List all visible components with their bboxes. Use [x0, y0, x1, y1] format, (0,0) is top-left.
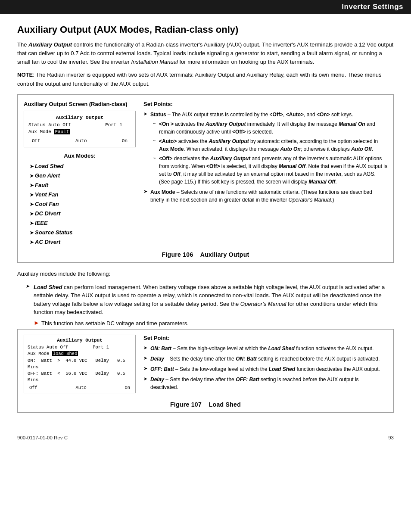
aux-modes-title: Aux Modes: [24, 152, 136, 159]
sp-delay1: ➤ Delay – Sets the delay time after the … [143, 355, 387, 363]
red-arrow-icon: ► [34, 319, 41, 328]
screen2-line3: ON: Batt > 44.0 VDC Delay 0.5 Mins [28, 358, 132, 370]
figure-107-box: Auxiliary Output Status Auto Off Port 1 … [17, 329, 394, 413]
btn2-on: On [125, 385, 130, 390]
sp-arrow-icon: ➤ [143, 376, 150, 391]
sp-delay1-content: Delay – Sets the delay time after the ON… [150, 355, 387, 363]
list-item: Load Shed [30, 162, 136, 171]
figure-106-left: Auxiliary Output Screen (Radian-class) A… [24, 101, 136, 247]
sp-arrow-icon: ➤ [143, 189, 150, 204]
note-paragraph: NOTE: The Radian inverter is equipped wi… [17, 71, 394, 88]
load-shed-content: Load Shed can perform load management. W… [34, 283, 394, 317]
figure-106-inner: Auxiliary Output Screen (Radian-class) A… [24, 101, 387, 247]
sp-sub-off: ~ <Off> deactivates the Auxiliary Output… [153, 155, 387, 186]
btn2-off: Off [29, 385, 37, 390]
sp-status: ➤ Status – The AUX output status is cont… [143, 111, 387, 186]
section-intro: Auxiliary modes include the following: [17, 270, 394, 278]
load-shed-note-item: ► This function has settable DC voltage … [17, 319, 394, 328]
figure-106-right: Set Points: ➤ Status – The AUX output st… [143, 101, 387, 247]
list-item: DC Divert [30, 209, 136, 218]
footer: 900-0117-01-00 Rev C 93 [0, 432, 411, 444]
sp-on-batt-content: ON: Batt – Sets the high-voltage level a… [150, 345, 387, 352]
aux-output-screen: Auxiliary Output Status Auto Off Port 1 … [24, 111, 136, 147]
list-item: Source Status [30, 228, 136, 237]
sp-off-batt: ➤ OFF: Batt – Sets the low-voltage level… [143, 365, 387, 373]
sp-aux-mode-content: Aux Mode – Selects one of nine functions… [150, 188, 387, 204]
sp-sub-auto-content: <Auto> activates the Auxiliary Output by… [159, 137, 387, 153]
screen-line2: Aux Mode Fault [28, 129, 131, 136]
btn2-auto: Auto [76, 385, 87, 390]
screen2-title: Auxiliary Output [28, 338, 132, 343]
sp-arrow-icon: ➤ [143, 345, 150, 352]
list-item: Fault [30, 180, 136, 190]
screen2-line4: OFF: Batt < 56.0 VDC Delay 0.5 Mins [28, 370, 132, 383]
btn-off: Off [32, 138, 40, 143]
header-title: Inverter Settings [342, 3, 403, 11]
screen2-line1: Status Auto Off Port 1 [28, 344, 132, 351]
sp-status-content: Status – The AUX output status is contro… [150, 111, 387, 186]
figure-107-caption: Figure 107 Load Shed [24, 401, 387, 408]
tilde-icon: ~ [153, 120, 159, 136]
sp-sub-on: ~ <On > activates the Auxiliary Output i… [153, 120, 387, 136]
sp-on-batt: ➤ ON: Batt – Sets the high-voltage level… [143, 345, 387, 352]
aux-mode-value: Fault [54, 129, 70, 134]
list-item: Cool Fan [30, 199, 136, 209]
tilde-icon: ~ [153, 137, 159, 153]
load-shed-item: ➤ Load Shed can perform load management.… [17, 283, 394, 317]
figure-106-box: Auxiliary Output Screen (Radian-class) A… [17, 94, 394, 263]
sp-sub-on-content: <On > activates the Auxiliary Output imm… [159, 120, 387, 136]
sp-delay2: ➤ Delay – Sets the delay time after the … [143, 376, 387, 391]
main-content: Auxiliary Output (AUX Modes, Radian-clas… [0, 14, 411, 427]
list-item: Vent Fan [30, 190, 136, 199]
footer-left: 900-0117-01-00 Rev C [17, 435, 68, 440]
tilde-icon: ~ [153, 155, 159, 186]
aux-modes-list: Load Shed Gen Alert Fault Vent Fan Cool … [24, 162, 136, 247]
page: Inverter Settings Auxiliary Output (AUX … [0, 0, 411, 532]
header-bar: Inverter Settings [0, 0, 411, 14]
load-shed-screen: Auxiliary Output Status Auto Off Port 1 … [24, 335, 136, 393]
figure-106-caption: Figure 106 Auxiliary Output [24, 251, 387, 258]
sp-delay2-content: Delay – Sets the delay time after the OF… [150, 376, 387, 391]
aux-mode2-value: load Shed [52, 351, 78, 356]
intro-paragraph: The Auxiliary Output controls the functi… [17, 40, 394, 66]
screen2-line2: Aux Mode load Shed [28, 351, 132, 357]
sp-off-batt-content: OFF: Batt – Sets the low-voltage level a… [150, 365, 387, 373]
footer-right: 93 [388, 435, 394, 440]
sp-sub-auto: ~ <Auto> activates the Auxiliary Output … [153, 137, 387, 153]
sp-arrow-icon: ➤ [143, 111, 150, 186]
screen-section-title: Auxiliary Output Screen (Radian-class) [24, 101, 136, 107]
list-item: IEEE [30, 218, 136, 228]
sp-sub-off-content: <Off> deactivates the Auxiliary Output a… [159, 155, 387, 186]
bullet-arrow-icon: ➤ [26, 283, 34, 317]
btn-on: On [122, 138, 128, 143]
sp-arrow-icon: ➤ [143, 355, 150, 363]
list-item: AC Divert [30, 237, 136, 247]
set-point2-title: Set Point: [143, 335, 387, 341]
sp-aux-mode: ➤ Aux Mode – Selects one of nine functio… [143, 188, 387, 204]
screen-buttons: Off Auto On [28, 138, 131, 143]
figure-107-left: Auxiliary Output Status Auto Off Port 1 … [24, 335, 136, 397]
figure-107-right: Set Point: ➤ ON: Batt – Sets the high-vo… [143, 335, 387, 397]
list-item: Gen Alert [30, 171, 136, 180]
set-points-title: Set Points: [143, 101, 387, 107]
screen-title: Auxiliary Output [28, 115, 131, 120]
figure-107-inner: Auxiliary Output Status Auto Off Port 1 … [24, 335, 387, 397]
load-shed-note-content: This function has settable DC voltage an… [41, 319, 394, 328]
btn-auto: Auto [75, 138, 87, 143]
screen-line1: Status Auto Off Port 1 [28, 122, 131, 129]
sp-arrow-icon: ➤ [143, 366, 150, 373]
page-title: Auxiliary Output (AUX Modes, Radian-clas… [17, 24, 394, 35]
screen2-buttons: Off Auto On [28, 385, 132, 390]
